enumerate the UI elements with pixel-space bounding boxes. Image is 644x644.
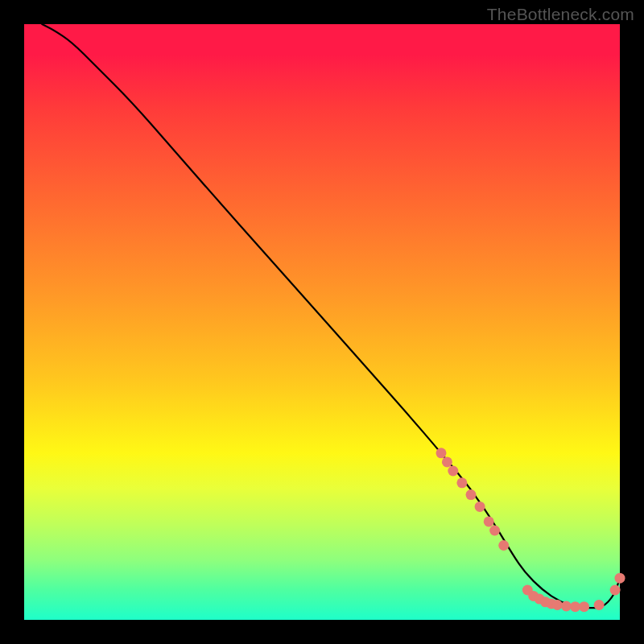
data-point	[484, 516, 494, 526]
data-point	[561, 601, 572, 612]
data-point	[579, 601, 589, 612]
data-point	[489, 526, 500, 536]
data-dots	[436, 448, 625, 612]
chart-container: TheBottleneck.com	[0, 0, 644, 644]
data-point	[475, 502, 485, 512]
data-point	[610, 585, 621, 596]
data-point	[594, 600, 605, 610]
data-point	[436, 448, 447, 458]
data-point	[498, 540, 509, 551]
data-point	[448, 466, 458, 477]
plot-area	[24, 24, 620, 620]
bottleneck-curve	[42, 24, 620, 608]
data-point	[442, 456, 452, 467]
watermark-text: TheBottleneck.com	[487, 5, 634, 24]
data-point	[552, 600, 563, 610]
data-point	[570, 601, 580, 612]
chart-svg	[24, 24, 620, 620]
data-point	[466, 489, 477, 500]
data-point	[615, 573, 625, 584]
data-point	[456, 477, 467, 488]
